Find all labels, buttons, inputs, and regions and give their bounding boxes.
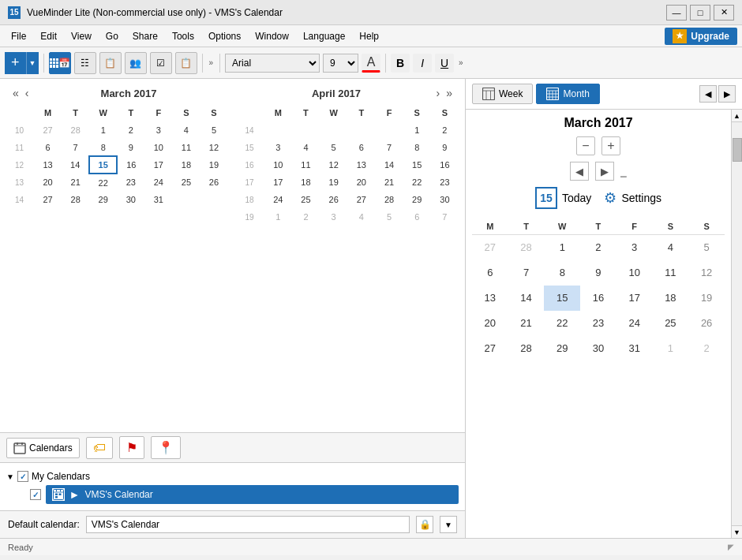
day-cell[interactable]: 18 — [172, 156, 200, 174]
vms-calendar-entry[interactable]: ► VMS's Calendar — [46, 485, 459, 504]
day-cell[interactable]: 14 — [62, 156, 89, 174]
day-cell[interactable]: 16 — [431, 156, 459, 174]
day-cell[interactable]: 27 — [347, 191, 375, 208]
day-cell[interactable]: 11 — [292, 156, 320, 174]
day-cell[interactable]: 20 — [34, 174, 62, 191]
day-cell[interactable]: 20 — [472, 311, 508, 336]
day-cell[interactable]: 5 — [200, 121, 227, 139]
day-cell[interactable]: 19 — [320, 174, 347, 191]
menu-tools[interactable]: Tools — [166, 29, 200, 43]
calendars-tab[interactable]: Calendars — [6, 438, 80, 458]
zoom-in-button[interactable]: + — [601, 136, 620, 155]
day-cell[interactable]: 13 — [347, 156, 375, 174]
day-cell[interactable]: 7 — [431, 208, 459, 226]
day-cell[interactable]: 2 — [431, 121, 459, 139]
day-cell[interactable]: 20 — [347, 174, 375, 191]
day-cell[interactable]: 28 — [62, 191, 89, 208]
font-size-selector[interactable]: 9 — [323, 54, 358, 73]
day-cell[interactable]: 5 — [688, 235, 725, 260]
day-cell[interactable]: 7 — [375, 139, 403, 156]
day-cell[interactable]: 1 — [89, 121, 117, 139]
day-cell[interactable]: 27 — [34, 121, 62, 139]
upgrade-button[interactable]: ★ Upgrade — [665, 28, 737, 45]
default-calendar-input[interactable] — [86, 516, 410, 533]
day-cell[interactable]: 25 — [292, 191, 320, 208]
day-cell[interactable]: 9 — [117, 139, 144, 156]
day-cell[interactable] — [347, 121, 375, 139]
tags-tab[interactable]: 🏷 — [86, 437, 113, 459]
day-cell[interactable]: 2 — [688, 336, 725, 361]
march-prev-button[interactable]: ‹ — [22, 85, 32, 101]
font-color-button[interactable]: A — [362, 54, 380, 73]
flags-tab[interactable]: ⚑ — [119, 436, 144, 459]
day-cell[interactable]: 12 — [200, 139, 227, 156]
menu-file[interactable]: File — [5, 29, 32, 43]
day-cell[interactable]: 12 — [320, 156, 347, 174]
maximize-button[interactable]: □ — [690, 5, 710, 21]
day-cell[interactable]: 2 — [117, 121, 144, 139]
settings-button[interactable]: ⚙ Settings — [604, 189, 661, 207]
day-cell[interactable]: 22 — [89, 174, 117, 191]
day-cell[interactable]: 23 — [117, 174, 144, 191]
tasks-button[interactable]: ☑ — [150, 52, 172, 74]
march-prev-prev-button[interactable]: « — [9, 85, 22, 101]
right-next-button[interactable]: ▶ — [718, 85, 736, 103]
day-cell[interactable]: 25 — [653, 311, 689, 336]
more-left-button[interactable]: » — [208, 57, 215, 69]
day-cell[interactable]: 21 — [62, 174, 89, 191]
day-cell[interactable]: 13 — [472, 286, 508, 311]
day-cell[interactable]: 12 — [688, 260, 725, 286]
day-cell[interactable]: 11 — [653, 260, 689, 286]
day-cell[interactable]: 30 — [117, 191, 144, 208]
today-large-cell[interactable]: 15 — [544, 286, 580, 311]
day-cell[interactable] — [292, 121, 320, 139]
day-cell[interactable]: 17 — [144, 156, 172, 174]
day-cell[interactable]: 25 — [172, 174, 200, 191]
day-cell[interactable] — [375, 121, 403, 139]
add-dropdown-button[interactable]: ▼ — [26, 52, 39, 74]
day-cell[interactable]: 4 — [347, 208, 375, 226]
day-cell[interactable]: 24 — [616, 311, 653, 336]
minimize-button[interactable]: — — [666, 5, 687, 21]
day-cell[interactable]: 23 — [431, 174, 459, 191]
menu-edit[interactable]: Edit — [34, 29, 63, 43]
day-cell[interactable]: 8 — [544, 260, 580, 286]
event-view-button[interactable]: 📋 — [99, 52, 122, 74]
day-cell[interactable]: 22 — [544, 311, 580, 336]
month-tab[interactable]: Month — [536, 84, 599, 104]
italic-button[interactable]: I — [413, 54, 432, 73]
font-selector[interactable]: Arial — [225, 54, 320, 73]
day-cell[interactable]: 27 — [472, 336, 508, 361]
day-cell[interactable]: 5 — [375, 208, 403, 226]
month-prev-button[interactable]: ◀ — [570, 162, 589, 181]
april-next-next-button[interactable]: » — [443, 85, 455, 101]
day-cell[interactable]: 1 — [544, 235, 580, 260]
day-cell[interactable]: 14 — [375, 156, 403, 174]
day-cell[interactable]: 28 — [375, 191, 403, 208]
day-cell[interactable]: 16 — [117, 156, 144, 174]
day-cell[interactable]: 29 — [89, 191, 117, 208]
day-cell[interactable]: 21 — [508, 311, 545, 336]
lock-button[interactable]: 🔒 — [416, 516, 433, 533]
pins-tab[interactable]: 📍 — [151, 436, 181, 459]
day-cell[interactable] — [320, 121, 347, 139]
month-next-button[interactable]: ▶ — [595, 162, 614, 181]
day-cell[interactable] — [264, 121, 292, 139]
tree-collapse-arrow[interactable]: ▼ — [6, 472, 14, 481]
day-cell[interactable]: 3 — [264, 139, 292, 156]
day-cell[interactable]: 7 — [62, 139, 89, 156]
day-cell[interactable]: 1 — [264, 208, 292, 226]
day-cell[interactable]: 17 — [616, 286, 653, 311]
day-cell[interactable]: 29 — [403, 191, 431, 208]
menu-language[interactable]: Language — [297, 29, 351, 43]
today-cell[interactable]: 15 — [89, 156, 117, 174]
day-cell[interactable]: 21 — [375, 174, 403, 191]
zoom-out-button[interactable]: − — [576, 136, 595, 155]
day-cell[interactable]: 24 — [264, 191, 292, 208]
day-cell[interactable]: 11 — [172, 139, 200, 156]
day-cell[interactable]: 2 — [580, 235, 616, 260]
day-cell[interactable]: 31 — [616, 336, 653, 361]
day-cell[interactable]: 6 — [403, 208, 431, 226]
day-cell[interactable]: 3 — [320, 208, 347, 226]
day-cell[interactable]: 19 — [200, 156, 227, 174]
